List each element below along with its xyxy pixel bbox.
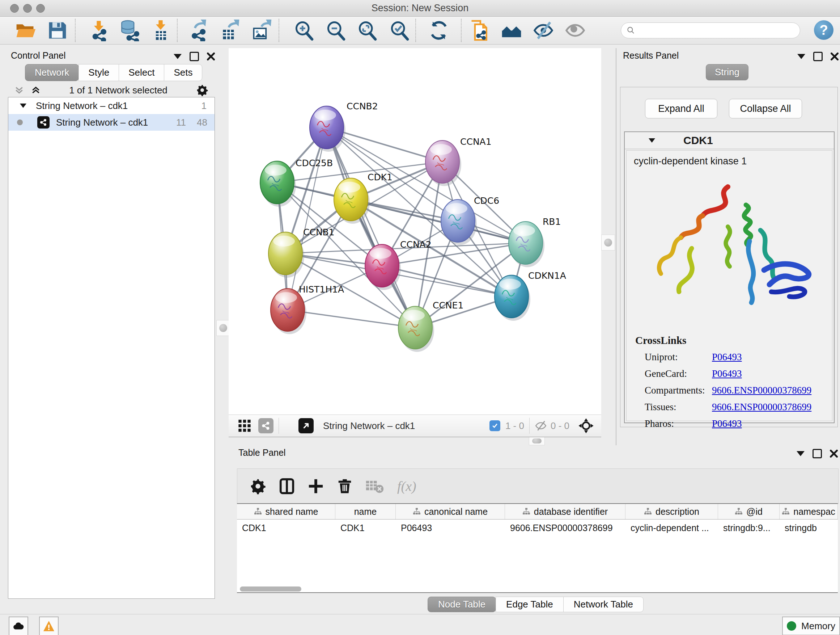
hide-selected-icon[interactable] — [532, 19, 554, 41]
delete-column-icon[interactable] — [336, 478, 353, 494]
tab-edge-table[interactable]: Edge Table — [496, 597, 564, 612]
network-node[interactable]: CDC6 — [441, 195, 499, 245]
crosslink-link[interactable]: 9606.ENSP00000378699 — [712, 402, 812, 413]
network-node[interactable]: CDC25B — [260, 158, 333, 207]
panel-float-icon[interactable] — [174, 54, 182, 59]
table-cell: CDK1 — [237, 519, 335, 536]
network-edge[interactable] — [287, 127, 327, 310]
crosslink-link[interactable]: P06493 — [712, 368, 742, 379]
warnings-button[interactable] — [39, 616, 58, 635]
network-node[interactable]: CDKN1A — [494, 271, 566, 321]
protein-collapse-icon[interactable] — [649, 138, 655, 143]
crosslink-link[interactable]: 9606.ENSP00000378699 — [712, 385, 812, 396]
table-row[interactable]: CDK1CDK1P064939606.ENSP00000378699cyclin… — [237, 519, 838, 536]
open-session-icon[interactable] — [14, 19, 36, 41]
memory-ok-dot-icon — [787, 621, 796, 631]
left-splitter-handle[interactable] — [216, 320, 230, 336]
column-header[interactable]: description — [625, 504, 718, 519]
network-node[interactable]: CCNA2 — [365, 239, 431, 290]
tab-network[interactable]: Network — [25, 64, 79, 81]
network-node[interactable]: CCNB2 — [309, 101, 378, 152]
birds-eye-view-icon[interactable] — [578, 418, 594, 434]
export-network-icon[interactable] — [188, 19, 210, 41]
expand-all-button[interactable]: Expand All — [645, 99, 717, 119]
network-edge[interactable] — [287, 310, 415, 328]
help-button[interactable]: ? — [814, 20, 834, 40]
network-collection-row[interactable]: String Network – cdk1 1 — [8, 97, 215, 114]
zoom-selected-icon[interactable] — [388, 19, 410, 41]
collapse-all-chevron-icon[interactable] — [14, 86, 24, 95]
column-label: @id — [746, 507, 763, 517]
import-table-file-icon[interactable] — [150, 19, 172, 41]
export-table-icon[interactable] — [219, 19, 241, 41]
panel-float-icon[interactable] — [797, 451, 805, 456]
import-network-database-icon[interactable] — [118, 19, 140, 41]
tab-sets[interactable]: Sets — [164, 64, 202, 81]
expand-all-chevron-icon[interactable] — [31, 86, 41, 95]
apply-layout-icon[interactable] — [428, 19, 450, 41]
tab-select[interactable]: Select — [118, 64, 164, 81]
zoom-fit-icon[interactable] — [356, 19, 378, 41]
show-all-icon[interactable] — [564, 19, 586, 41]
zoom-out-icon[interactable] — [325, 19, 347, 41]
panel-close-icon[interactable] — [831, 52, 838, 60]
column-header[interactable]: namespac — [780, 504, 838, 519]
save-session-icon[interactable] — [46, 19, 68, 41]
network-node[interactable]: HIST1H1A — [271, 284, 344, 334]
panel-close-icon[interactable] — [207, 52, 215, 60]
column-label: shared name — [265, 507, 318, 517]
network-row[interactable]: String Network – cdk1 11 48 — [8, 114, 215, 131]
import-network-file-icon[interactable] — [88, 19, 110, 41]
tab-node-table[interactable]: Node Table — [428, 597, 496, 612]
detach-view-icon[interactable] — [298, 418, 314, 433]
right-splitter-handle[interactable] — [601, 234, 615, 250]
memory-button[interactable]: Memory — [782, 616, 840, 635]
network-options-gear-icon[interactable] — [196, 84, 208, 96]
column-header[interactable]: database identifier — [505, 504, 625, 519]
panel-undock-icon[interactable] — [189, 52, 199, 61]
first-neighbors-icon[interactable] — [501, 19, 523, 41]
crosslink-label: Uniprot: — [645, 352, 712, 363]
network-node[interactable]: CCNB1 — [268, 227, 335, 278]
panel-undock-icon[interactable] — [813, 449, 822, 458]
collapse-all-button[interactable]: Collapse All — [729, 99, 802, 119]
network-node[interactable]: CCNA1 — [425, 136, 492, 186]
network-edge[interactable] — [327, 127, 415, 328]
panel-close-icon[interactable] — [830, 450, 838, 458]
hidden-indicator-eye-icon[interactable] — [535, 420, 547, 432]
tab-string[interactable]: String — [706, 64, 748, 80]
tab-network-table[interactable]: Network Table — [563, 597, 644, 612]
network-node[interactable]: RB1 — [508, 217, 561, 267]
column-header[interactable]: canonical name — [396, 504, 505, 519]
network-node[interactable]: CCNE1 — [398, 300, 463, 352]
column-header[interactable]: @id — [718, 504, 780, 519]
panel-undock-icon[interactable] — [813, 52, 823, 61]
network-canvas[interactable]: CCNB2CCNA1CDC25BCDK1CDC6RB1CCNB1CCNA2CDK… — [229, 48, 601, 415]
new-network-from-selection-icon[interactable] — [469, 19, 491, 41]
network-edge[interactable] — [382, 266, 512, 296]
network-tree: String Network – cdk1 1 String Network –… — [8, 97, 215, 599]
bottom-splitter-handle[interactable] — [529, 437, 545, 445]
tab-style[interactable]: Style — [79, 64, 119, 81]
network-share-view-icon[interactable] — [258, 418, 273, 433]
panel-float-icon[interactable] — [797, 54, 805, 59]
zoom-in-icon[interactable] — [293, 19, 315, 41]
crosslink-link[interactable]: P06493 — [712, 352, 742, 363]
cloud-status-button[interactable] — [9, 616, 28, 635]
show-columns-icon[interactable] — [279, 478, 295, 494]
column-header[interactable]: name — [335, 504, 396, 519]
control-panel-title: Control Panel — [11, 50, 65, 61]
column-header[interactable]: shared name — [237, 504, 335, 519]
grid-view-icon[interactable] — [237, 418, 252, 433]
protein-header-row[interactable]: CDK1 — [625, 132, 834, 149]
export-image-icon[interactable] — [251, 19, 273, 41]
selected-indicator-checkbox-icon[interactable] — [489, 420, 500, 431]
collection-expand-icon[interactable] — [20, 103, 27, 108]
table-horizontal-scrollbar[interactable] — [240, 586, 302, 592]
crosslink-link[interactable]: P06493 — [712, 418, 742, 429]
add-column-icon[interactable] — [308, 478, 324, 494]
search-input[interactable] — [621, 22, 800, 38]
crosslink-label: Pharos: — [645, 418, 712, 429]
network-node[interactable]: CDK1 — [334, 172, 393, 224]
table-options-gear-icon[interactable] — [249, 478, 266, 494]
